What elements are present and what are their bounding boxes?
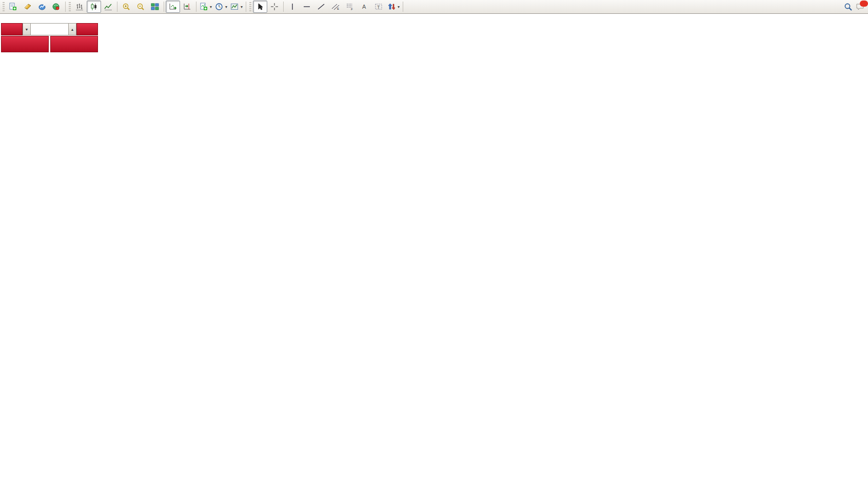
text-label-icon: T bbox=[374, 3, 383, 11]
metaeditor-button[interactable] bbox=[21, 1, 35, 13]
terminal-icon bbox=[38, 3, 46, 11]
metaeditor-icon bbox=[24, 3, 32, 11]
zoom-out-icon bbox=[136, 3, 145, 11]
arrow-shapes-icon bbox=[387, 3, 396, 11]
line-chart-icon bbox=[104, 3, 112, 11]
channel-tool[interactable]: E bbox=[328, 1, 343, 13]
sell-button[interactable] bbox=[1, 23, 23, 35]
templates-dropdown-caret[interactable]: ▾ bbox=[241, 5, 243, 9]
indicators-icon bbox=[200, 3, 208, 11]
indicators-button[interactable]: ▾ bbox=[198, 1, 213, 13]
periods-dropdown-caret[interactable]: ▾ bbox=[225, 5, 227, 9]
buy-button[interactable] bbox=[76, 23, 98, 35]
search-icon[interactable] bbox=[844, 3, 853, 11]
toolbar-separator bbox=[283, 2, 284, 12]
one-click-trading-panel: ▼ ▲ bbox=[1, 23, 98, 52]
toolbar-grip[interactable] bbox=[3, 2, 5, 11]
tile-windows-button[interactable] bbox=[148, 1, 162, 13]
line-chart-button[interactable] bbox=[101, 1, 115, 13]
volume-decrease-button[interactable]: ▼ bbox=[23, 23, 31, 35]
text-icon: A bbox=[361, 3, 368, 11]
chart-shift-icon bbox=[183, 3, 191, 11]
chart-shift-button[interactable] bbox=[180, 1, 194, 13]
fibonacci-tool[interactable]: F bbox=[343, 1, 357, 13]
toolbar-separator bbox=[65, 2, 66, 12]
trendline-tool[interactable] bbox=[314, 1, 328, 13]
new-order-icon bbox=[9, 3, 17, 11]
candlestick-chart-icon bbox=[90, 3, 98, 11]
notifications-button[interactable] bbox=[856, 3, 865, 11]
svg-text:E: E bbox=[337, 7, 339, 10]
channel-icon: E bbox=[331, 3, 340, 11]
text-label-tool[interactable]: T bbox=[371, 1, 386, 13]
auto-trading-icon bbox=[52, 3, 60, 11]
toolbar-right bbox=[844, 3, 867, 11]
fibonacci-icon: F bbox=[346, 3, 354, 11]
svg-text:F: F bbox=[351, 8, 353, 11]
zoom-out-button[interactable] bbox=[133, 1, 148, 13]
bar-chart-icon bbox=[75, 3, 84, 11]
main-toolbar: ▾ ▾ ▾ bbox=[0, 0, 868, 14]
buy-price-button[interactable] bbox=[50, 36, 98, 52]
toolbar-grip[interactable] bbox=[249, 2, 251, 11]
svg-text:A: A bbox=[362, 4, 366, 10]
candlestick-chart-button[interactable] bbox=[87, 1, 101, 13]
terminal-button[interactable] bbox=[35, 1, 49, 13]
cursor-icon bbox=[256, 3, 264, 11]
toolbar-separator bbox=[117, 2, 117, 12]
toolbar-grip[interactable] bbox=[69, 2, 71, 11]
vertical-line-tool[interactable] bbox=[285, 1, 300, 13]
zoom-in-button[interactable] bbox=[119, 1, 133, 13]
auto-scroll-button[interactable] bbox=[166, 1, 180, 13]
chart-canvas[interactable] bbox=[0, 0, 868, 483]
new-order-button[interactable] bbox=[6, 1, 21, 13]
arrows-tool[interactable]: ▾ bbox=[386, 1, 401, 13]
toolbar-separator bbox=[164, 2, 164, 12]
bar-chart-button[interactable] bbox=[72, 1, 87, 13]
volume-input[interactable] bbox=[31, 24, 68, 35]
svg-text:T: T bbox=[377, 5, 380, 10]
notification-badge bbox=[860, 1, 868, 7]
zoom-in-icon bbox=[122, 3, 130, 11]
toolbar-separator bbox=[403, 2, 403, 12]
volume-increase-button[interactable]: ▲ bbox=[68, 23, 76, 35]
indicators-dropdown-caret[interactable]: ▾ bbox=[210, 5, 212, 9]
tile-windows-icon bbox=[151, 3, 159, 11]
auto-trading-button[interactable] bbox=[49, 1, 64, 13]
templates-button[interactable]: ▾ bbox=[229, 1, 244, 13]
cursor-tool-button[interactable] bbox=[253, 1, 267, 13]
trendline-icon bbox=[317, 3, 325, 11]
crosshair-tool-button[interactable] bbox=[267, 1, 282, 13]
auto-scroll-icon bbox=[169, 3, 177, 11]
text-tool[interactable]: A bbox=[357, 1, 371, 13]
crosshair-icon bbox=[270, 3, 279, 11]
horizontal-line-tool[interactable] bbox=[300, 1, 314, 13]
toolbar-separator bbox=[246, 2, 246, 12]
templates-icon bbox=[230, 3, 239, 11]
toolbar-separator bbox=[196, 2, 196, 12]
horizontal-line-icon bbox=[303, 3, 311, 11]
sell-price-button[interactable] bbox=[1, 36, 49, 52]
vertical-line-icon bbox=[289, 3, 296, 11]
arrows-dropdown-caret[interactable]: ▾ bbox=[398, 5, 400, 9]
periods-button[interactable]: ▾ bbox=[213, 1, 229, 13]
clock-icon bbox=[215, 3, 223, 11]
